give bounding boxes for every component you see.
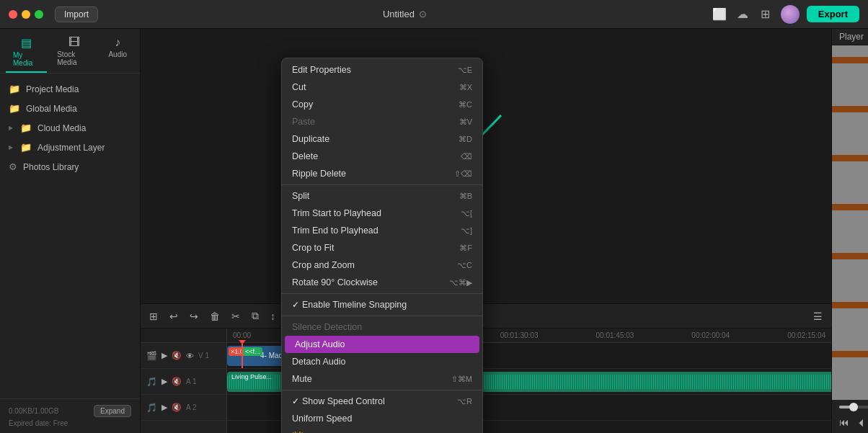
clip-type-badge: <<f...	[243, 347, 262, 356]
menu-item-silence-detection[interactable]: Silence Detection	[282, 318, 482, 336]
divider-4	[282, 390, 482, 390]
detach-audio-label: Detach Audio	[292, 357, 345, 367]
my-media-icon: ▤	[21, 36, 32, 50]
delete-label: Delete	[292, 151, 318, 161]
tl-redo-icon[interactable]: ↪	[187, 309, 201, 323]
split-shortcut: ⌘B	[459, 192, 472, 201]
mute-shortcut: ⇧⌘M	[451, 375, 472, 384]
sidebar-footer: 0.00KB/1.00GB Expand Expired date: Free	[0, 398, 140, 433]
expand-button[interactable]: Expand	[94, 405, 131, 417]
crop-fit-shortcut: ⌘F	[459, 244, 472, 253]
show-speed-shortcut: ⌥R	[457, 397, 472, 406]
cut-label: Cut	[292, 82, 306, 92]
menu-item-trim-end[interactable]: Trim End to Playhead ⌥]	[282, 222, 482, 239]
progress-thumb[interactable]	[849, 403, 858, 411]
ruler-mark-5: 00:02:00:04	[691, 331, 730, 339]
menu-item-uniform-speed[interactable]: Uniform Speed	[282, 410, 482, 427]
tl-add-icon[interactable]: ⊞	[146, 309, 161, 323]
menu-item-edit-properties[interactable]: Edit Properties ⌥E	[282, 61, 482, 79]
tab-stock-media[interactable]: 🎞 Stock Media	[50, 33, 98, 73]
settings-icon: ⚙	[9, 161, 17, 172]
tl-cut-icon[interactable]: ✂	[229, 309, 243, 323]
track-v1-label: 🔇	[172, 351, 182, 360]
track-label-v1: 🎬 ▶ 🔇 👁 V 1	[141, 343, 226, 369]
timeline-track-labels: 🎬 ▶ 🔇 👁 V 1 🎵 ▶ 🔇 A 1 🎵 ▶	[141, 329, 227, 433]
tl-delete-icon[interactable]: 🗑	[207, 309, 223, 323]
menu-item-paste[interactable]: Paste ⌘V	[282, 113, 482, 130]
context-menu-overlay: Edit Properties ⌥E Cut ⌘X Copy ⌘C Paste …	[281, 58, 483, 433]
ruler-mark-0: 00:00	[233, 331, 251, 339]
menu-item-duplicate[interactable]: Duplicate ⌘D	[282, 130, 482, 148]
edit-properties-shortcut: ⌥E	[458, 66, 472, 75]
menu-item-cut[interactable]: Cut ⌘X	[282, 79, 482, 96]
playhead[interactable]	[242, 343, 243, 368]
right-panel: Player ⤢	[831, 29, 868, 433]
sidebar-item-adjustment-layer[interactable]: 📁 Adjustment Layer	[0, 138, 140, 157]
sidebar-item-cloud-media[interactable]: 📁 Cloud Media	[0, 118, 140, 138]
tab-my-media[interactable]: ▤ My Media	[6, 33, 47, 73]
sidebar-item-project-media[interactable]: 📁 Project Media	[0, 79, 140, 99]
cloud-icon[interactable]: ☁	[735, 6, 750, 22]
track-a1-icon: ▶	[161, 377, 167, 386]
step-back-icon[interactable]: ⏴	[856, 416, 867, 428]
menu-item-speed-ramping[interactable]: 👑Speed Ramping	[282, 427, 482, 433]
close-button[interactable]	[9, 10, 17, 19]
export-button[interactable]: Export	[807, 6, 859, 22]
menu-item-ripple-delete[interactable]: Ripple Delete ⇧⌫	[282, 165, 482, 182]
title-status-icon: ⊙	[419, 9, 427, 19]
import-button[interactable]: Import	[55, 6, 98, 22]
track-a1-mute: 🔇	[172, 377, 182, 386]
tl-move-icon[interactable]: ↕	[267, 309, 278, 323]
project-title: Untitled	[383, 9, 415, 19]
sidebar-item-photos-library[interactable]: ⚙ Photos Library	[0, 157, 140, 177]
monitor-icon[interactable]: ⬜	[712, 6, 727, 22]
divider-3	[282, 316, 482, 316]
menu-item-detach-audio[interactable]: Detach Audio	[282, 353, 482, 370]
menu-item-crop-zoom[interactable]: Crop and Zoom ⌥C	[282, 256, 482, 274]
copy-shortcut: ⌘C	[459, 100, 472, 110]
menu-item-show-speed[interactable]: ✓Show Speed Control ⌥R	[282, 393, 482, 410]
tab-stock-media-label: Stock Media	[57, 50, 91, 66]
menu-item-snapping[interactable]: ✓Enable Timeline Snapping	[282, 296, 482, 313]
avatar[interactable]	[781, 5, 800, 24]
track-v1-eye: 👁	[186, 352, 194, 360]
middle-area	[141, 29, 831, 303]
audio-track1-icon: 🎵	[146, 377, 157, 387]
storage-row: 0.00KB/1.00GB Expand	[9, 405, 131, 417]
divider-2	[282, 293, 482, 294]
tl-undo-icon[interactable]: ↩	[167, 309, 181, 323]
track-v-icon: ▶	[161, 351, 167, 360]
menu-item-rotate-cw[interactable]: Rotate 90° Clockwise ⌥⌘▶	[282, 274, 482, 291]
ruler-mark-4: 00:01:45:03	[596, 331, 634, 339]
nav-label-global-media: Global Media	[26, 104, 77, 114]
progress-row: { } 00:00:05:07	[839, 403, 868, 411]
menu-item-delete[interactable]: Delete ⌫	[282, 148, 482, 165]
audio-track2-icon: 🎵	[146, 403, 157, 413]
delete-shortcut: ⌫	[461, 152, 472, 161]
video-preview	[832, 45, 868, 400]
nav-label-photos-library: Photos Library	[23, 162, 79, 172]
track-label-a2: 🎵 ▶ 🔇 A 2	[141, 395, 226, 421]
top-bar-left: Import	[9, 6, 98, 22]
menu-item-copy[interactable]: Copy ⌘C	[282, 96, 482, 113]
show-speed-label: ✓Show Speed Control	[292, 396, 385, 406]
tl-settings-icon[interactable]: ☰	[810, 309, 825, 323]
tl-split-icon[interactable]: ⧉	[249, 308, 262, 323]
player-controls: { } 00:00:05:07 ⏮ ⏴ ▶ ⏹ Full Quality 1/2…	[832, 400, 868, 433]
menu-item-mute[interactable]: Mute ⇧⌘M	[282, 370, 482, 388]
timeline-toolbar: ⊞ ↩ ↪ 🗑 ✂ ⧉ ↕ ⊣ ⊢ ☰	[141, 304, 831, 329]
sidebar-nav: 📁 Project Media 📁 Global Media 📁 Cloud M…	[0, 73, 140, 398]
sidebar-item-global-media[interactable]: 📁 Global Media	[0, 99, 140, 118]
minimize-button[interactable]	[22, 10, 30, 19]
tab-audio[interactable]: ♪ Audio	[101, 33, 134, 73]
skip-back-icon[interactable]: ⏮	[839, 416, 849, 428]
menu-item-crop-fit[interactable]: Crop to Fit ⌘F	[282, 239, 482, 256]
maximize-button[interactable]	[35, 10, 43, 19]
context-menu: Edit Properties ⌥E Cut ⌘X Copy ⌘C Paste …	[281, 58, 483, 433]
menu-item-trim-start[interactable]: Trim Start to Playhead ⌥[	[282, 205, 482, 222]
menu-item-split[interactable]: Split ⌘B	[282, 187, 482, 205]
grid-icon[interactable]: ⊞	[758, 6, 774, 22]
menu-item-adjust-audio[interactable]: Adjust Audio	[285, 336, 479, 353]
progress-track[interactable]	[839, 406, 868, 409]
ripple-delete-shortcut: ⇧⌫	[454, 169, 472, 179]
